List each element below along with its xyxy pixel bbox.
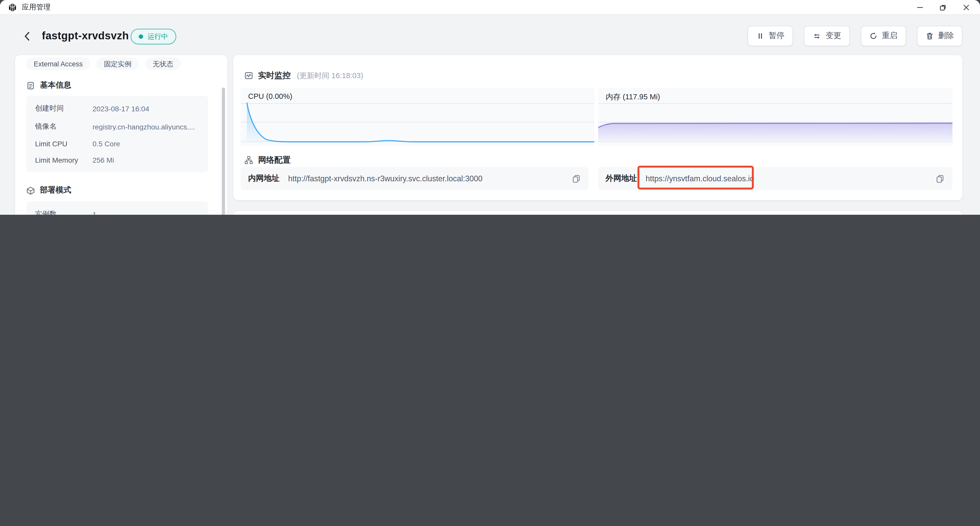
page-title: fastgpt-xrvdsvzh [42, 30, 129, 43]
info-label: Limit Memory [35, 156, 92, 164]
change-button-label: 变更 [826, 31, 841, 41]
close-button[interactable] [961, 2, 971, 12]
restart-icon [870, 32, 878, 40]
pause-icon [756, 32, 764, 40]
network-title: 网络配置 [258, 155, 290, 166]
restart-button[interactable]: 重启 [861, 26, 906, 46]
memory-chart-label: 内存 (117.95 Mi) [606, 92, 660, 103]
copy-external-address-button[interactable] [935, 174, 945, 183]
info-label: Limit CPU [35, 140, 92, 148]
basic-info-title: 基本信息 [40, 80, 71, 91]
app-tags: External Access 固定实例 无状态 [26, 57, 181, 70]
app-window: 应用管理 fastgpt-xrvdsvzh 运行中 暂停 [0, 0, 980, 215]
copy-icon [935, 174, 945, 183]
info-value: 1 [92, 210, 199, 215]
tag-fixed-instance: 固定实例 [97, 57, 139, 70]
monitor-network-card: 实时监控 (更新时间 16:18:03) CPU (0.00%) [233, 55, 963, 200]
pause-button[interactable]: 暂停 [748, 26, 793, 46]
deploy-mode-title: 部署模式 [40, 185, 71, 196]
change-button[interactable]: 变更 [803, 26, 850, 46]
info-row-limit-cpu: Limit CPU 0.5 Core [26, 135, 208, 152]
internal-address-row: 内网地址 http://fastgpt-xrvdsvzh.ns-r3wuxiry… [241, 167, 589, 190]
maximize-button[interactable] [938, 2, 948, 12]
cpu-chart-label: CPU (0.00%) [248, 92, 292, 100]
info-value: registry.cn-hangzhou.aliyuncs.... [92, 123, 199, 130]
info-value: 0.5 Core [92, 140, 199, 148]
sidebar-scrollbar[interactable] [222, 88, 225, 215]
monitor-update-time: (更新时间 16:18:03) [297, 70, 363, 81]
deploy-mode-section-header: 部署模式 [26, 185, 71, 196]
info-label: 创建时间 [35, 104, 92, 113]
copy-internal-address-button[interactable] [571, 174, 581, 183]
tag-stateless: 无状态 [145, 57, 181, 70]
external-address-label: 外网地址 [606, 173, 637, 184]
info-row-image-name: 镜像名 registry.cn-hangzhou.aliyuncs.... [26, 118, 208, 135]
sealos-logo-icon [8, 3, 17, 11]
info-row-limit-memory: Limit Memory 256 Mi [26, 152, 208, 168]
status-dot-icon [139, 35, 143, 39]
window-titlebar: 应用管理 [0, 0, 980, 15]
external-address-row: 外网地址 https://ynsvtfam.cloud.sealos.io [598, 167, 953, 190]
close-icon [963, 3, 970, 11]
monitor-title: 实时监控 [258, 70, 290, 81]
info-value: 2023-08-17 16:04 [92, 105, 199, 112]
delete-button[interactable]: 删除 [917, 26, 963, 46]
app-detail-sidebar: External Access 固定实例 无状态 基本信息 创建时间 2023-… [15, 55, 228, 215]
activity-monitor-icon [245, 71, 253, 80]
cube-icon [26, 186, 35, 195]
window-app-title: 应用管理 [22, 3, 51, 12]
memory-monitor-panel: 内存 (117.95 Mi) [598, 88, 953, 146]
document-icon [26, 81, 35, 89]
header-actions: 暂停 变更 重启 删除 [748, 26, 963, 46]
external-address-url[interactable]: https://ynsvtfam.cloud.sealos.io [646, 174, 754, 183]
minimize-icon [916, 3, 924, 11]
swap-arrows-icon [813, 32, 821, 40]
info-value: 256 Mi [92, 156, 199, 164]
deploy-mode-card: 实例数 1 [26, 201, 208, 215]
delete-button-label: 删除 [938, 31, 954, 41]
info-label: 实例数 [35, 209, 92, 215]
basic-info-section-header: 基本信息 [26, 80, 71, 91]
monitor-section-header: 实时监控 (更新时间 16:18:03) [245, 70, 363, 81]
trash-icon [926, 32, 934, 40]
copy-icon [571, 174, 581, 183]
minimize-button[interactable] [915, 2, 925, 12]
tag-external-access: External Access [26, 57, 90, 70]
basic-info-card: 创建时间 2023-08-17 16:04 镜像名 registry.cn-ha… [26, 96, 208, 172]
network-nodes-icon [245, 156, 253, 164]
info-row-instance-count: 实例数 1 [26, 205, 208, 215]
restore-icon [939, 3, 947, 11]
status-badge-label: 运行中 [148, 32, 168, 41]
internal-address-url: http://fastgpt-xrvdsvzh.ns-r3wuxiry.svc.… [288, 174, 483, 183]
pause-button-label: 暂停 [769, 31, 784, 41]
restart-button-label: 重启 [882, 31, 897, 41]
internal-address-label: 内网地址 [248, 173, 279, 184]
chevron-left-icon [21, 30, 34, 43]
info-label: 镜像名 [35, 122, 92, 132]
window-controls [915, 2, 980, 12]
info-row-create-time: 创建时间 2023-08-17 16:04 [26, 99, 208, 118]
cpu-usage-chart [241, 88, 594, 146]
status-badge: 运行中 [130, 29, 177, 45]
instances-card: 实例列表 1 个实例 实例名 状态 重启次数 启动时长 CPU 内存 操作 fa… [233, 210, 963, 215]
network-section-header: 网络配置 [245, 155, 291, 166]
cpu-monitor-panel: CPU (0.00%) [241, 88, 594, 146]
back-button[interactable] [21, 30, 34, 43]
